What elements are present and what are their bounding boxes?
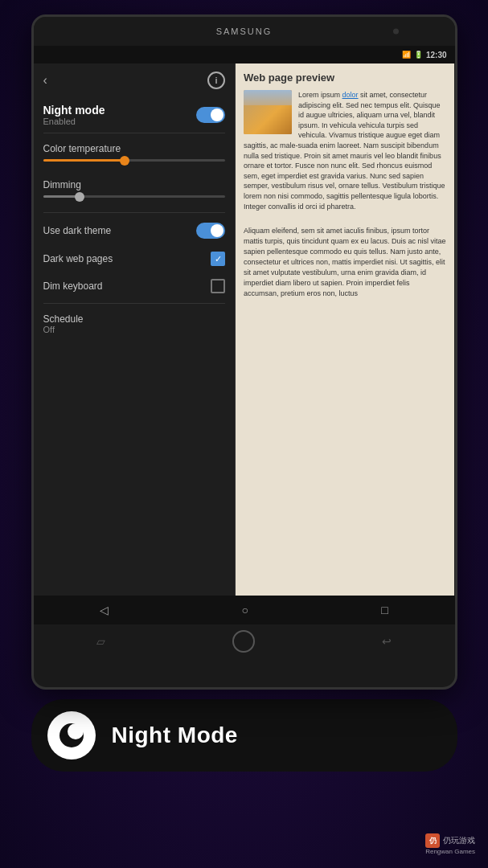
web-preview-panel: Web page preview Lorem ipsum dolor sit a… — [236, 63, 454, 596]
color-temperature-fill — [43, 159, 125, 162]
status-bar: 📶 🔋 12:30 — [34, 46, 455, 63]
banner-icon — [47, 711, 96, 760]
hw-btn-back[interactable]: ↩ — [382, 635, 392, 648]
dim-keyboard-checkbox[interactable] — [211, 279, 225, 293]
tablet-device: SAMSUNG 📶 🔋 12:30 ‹ i — [31, 14, 457, 690]
color-temperature-thumb — [120, 156, 129, 166]
schedule-title: Schedule — [43, 313, 226, 325]
back-arrow-icon[interactable]: ‹ — [43, 73, 47, 88]
color-temperature-section: Color temperature — [34, 137, 236, 173]
settings-panel: ‹ i Night mode Enabled Color temp — [34, 63, 236, 596]
nav-home-button[interactable]: ○ — [242, 604, 248, 616]
wifi-icon: 📶 — [402, 51, 411, 59]
color-temperature-label: Color temperature — [43, 143, 226, 154]
divider-2 — [43, 212, 226, 213]
screen-content: ‹ i Night mode Enabled Color temp — [34, 63, 455, 596]
night-mode-title: Night mode — [43, 104, 105, 117]
watermark-logo-box: 仍 — [425, 833, 440, 848]
divider-3 — [43, 303, 226, 304]
use-dark-theme-label: Use dark theme — [43, 225, 112, 236]
dim-keyboard-row: Dim keyboard — [34, 272, 236, 300]
watermark-brand: 仍玩游戏 — [443, 835, 475, 846]
night-mode-subtitle: Enabled — [43, 117, 105, 126]
nav-bar: ◁ ○ □ — [34, 596, 455, 624]
web-preview-image — [244, 90, 292, 134]
dimming-thumb — [75, 192, 84, 202]
watermark-subtitle: Rengwan Games — [425, 848, 475, 855]
banner-title: Night Mode — [112, 723, 238, 748]
schedule-value: Off — [43, 325, 226, 334]
night-mode-label: Night mode Enabled — [43, 104, 105, 126]
status-icons: 📶 🔋 12:30 — [402, 51, 447, 59]
dimming-slider[interactable] — [43, 195, 226, 198]
tablet-top-bar: SAMSUNG — [34, 17, 455, 46]
web-preview-title: Web page preview — [244, 72, 446, 84]
dimming-section: Dimming — [34, 173, 236, 209]
night-mode-toggle[interactable] — [196, 107, 225, 123]
dimming-track — [43, 195, 226, 198]
tablet-screen: 📶 🔋 12:30 ‹ i Night mode Enabled — [34, 46, 455, 624]
hw-btn-recent[interactable]: ▱ — [96, 635, 105, 648]
web-preview-paragraph2: Aliquam eleifend, sem sit amet iaculis f… — [244, 226, 446, 299]
watermark-logo: 仍 仍玩游戏 — [425, 833, 475, 848]
toggle-knob — [211, 108, 223, 121]
divider-1 — [43, 133, 226, 133]
nav-back-button[interactable]: ◁ — [100, 604, 109, 616]
moon-icon — [59, 723, 84, 748]
settings-header: ‹ i — [34, 63, 236, 97]
svg-point-1 — [68, 723, 84, 739]
status-time: 12:30 — [426, 51, 447, 59]
use-dark-theme-knob — [211, 224, 223, 237]
dark-web-pages-row: Dark web pages ✓ — [34, 245, 236, 272]
dark-web-pages-label: Dark web pages — [43, 253, 113, 264]
checkmark-icon: ✓ — [215, 254, 222, 264]
watermark: 仍 仍玩游戏 Rengwan Games — [425, 833, 475, 855]
web-link[interactable]: dolor — [342, 91, 359, 99]
use-dark-theme-row: Use dark theme — [34, 216, 236, 245]
color-temperature-slider[interactable] — [43, 159, 226, 162]
battery-icon: 🔋 — [414, 51, 423, 59]
night-mode-row: Night mode Enabled — [34, 97, 236, 129]
desert-sand — [244, 105, 292, 134]
dimming-label: Dimming — [43, 179, 226, 190]
samsung-logo: SAMSUNG — [216, 27, 273, 36]
nav-recent-button[interactable]: □ — [381, 604, 388, 616]
hw-btn-home[interactable] — [232, 630, 255, 653]
info-button[interactable]: i — [207, 72, 225, 89]
camera-dot — [393, 29, 399, 35]
dark-web-pages-checkbox[interactable]: ✓ — [211, 252, 225, 266]
tablet-bottom-bar: ▱ ↩ — [34, 624, 455, 658]
use-dark-theme-toggle[interactable] — [196, 223, 225, 239]
schedule-item[interactable]: Schedule Off — [34, 307, 236, 341]
color-temperature-track — [43, 159, 226, 162]
dim-keyboard-label: Dim keyboard — [43, 280, 103, 292]
bottom-banner: Night Mode — [31, 699, 457, 772]
